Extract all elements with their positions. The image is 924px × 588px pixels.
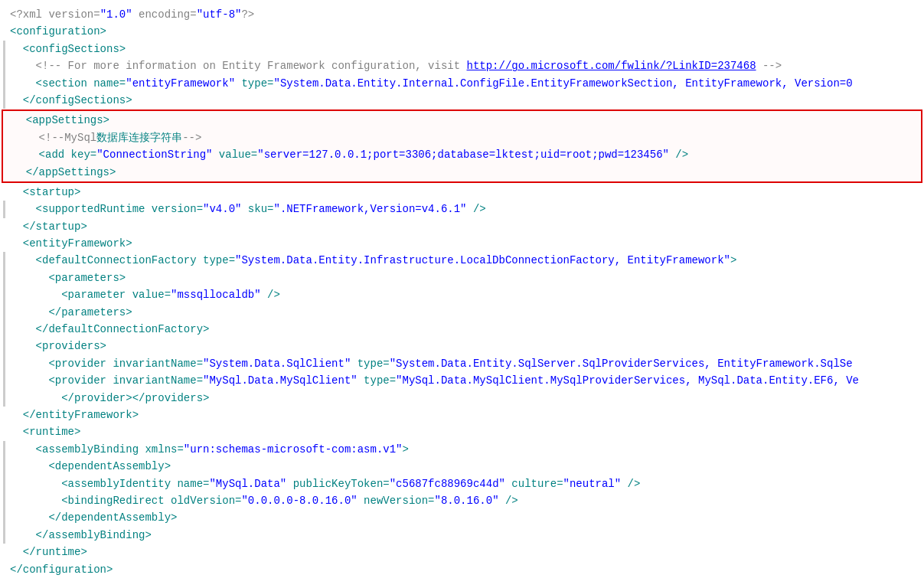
gutter-bar bbox=[6, 129, 8, 146]
code-container: <?xml version="1.0" encoding="utf-8"?> <… bbox=[0, 0, 924, 588]
xml-appsettings-close: </appSettings> bbox=[3, 164, 921, 181]
gutter-bar bbox=[3, 57, 5, 74]
gutter-bar bbox=[6, 164, 8, 181]
gutter-bar bbox=[3, 544, 5, 560]
xml-configuration-close: </configuration> bbox=[0, 561, 924, 578]
gutter-bar bbox=[6, 112, 8, 129]
gutter-bar bbox=[3, 235, 5, 252]
gutter-bar bbox=[3, 75, 5, 92]
xml-ef-open: <entityFramework> bbox=[0, 235, 924, 252]
xml-line-1: <?xml version="1.0" encoding="utf-8"?> bbox=[0, 6, 924, 23]
gutter-bar bbox=[3, 23, 5, 40]
gutter-bar bbox=[6, 146, 8, 163]
xml-assembly-binding-close: </assemblyBinding> bbox=[0, 527, 924, 544]
gutter-bar bbox=[3, 184, 5, 201]
xml-appsettings-add: <add key="ConnectionString" value="serve… bbox=[3, 146, 921, 163]
gutter-bar bbox=[3, 321, 5, 338]
gutter-bar bbox=[3, 355, 5, 372]
gutter-bar bbox=[3, 92, 5, 109]
xml-parameter: <parameter value="mssqllocaldb" /> bbox=[0, 286, 924, 303]
xml-dependent-assembly-close: </dependentAssembly> bbox=[0, 509, 924, 526]
xml-line-5: <section name="entityFramework" type="Sy… bbox=[0, 75, 924, 92]
gutter-bar bbox=[3, 509, 5, 526]
gutter-bar bbox=[3, 372, 5, 389]
xml-startup-open: <startup> bbox=[0, 184, 924, 201]
gutter-bar bbox=[3, 561, 5, 578]
gutter-bar bbox=[3, 41, 5, 57]
gutter-bar bbox=[3, 390, 5, 407]
xml-providers-open: <providers> bbox=[0, 338, 924, 354]
gutter-bar bbox=[3, 304, 5, 321]
app-settings-highlight: <appSettings> <!--MySql数据库连接字符串--> <add … bbox=[2, 109, 922, 183]
xml-line-6: </configSections> bbox=[0, 92, 924, 109]
gutter-bar bbox=[3, 218, 5, 235]
xml-startup-close: </startup> bbox=[0, 218, 924, 235]
xml-provider-sqlclient: <provider invariantName="System.Data.Sql… bbox=[0, 355, 924, 372]
gutter-bar bbox=[3, 527, 5, 544]
gutter-bar bbox=[3, 270, 5, 286]
gutter-bar bbox=[3, 338, 5, 354]
xml-line-3: <configSections> bbox=[0, 41, 924, 57]
xml-assembly-identity: <assemblyIdentity name="MySql.Data" publ… bbox=[0, 475, 924, 492]
xml-line-2: <configuration> bbox=[0, 23, 924, 40]
gutter-bar bbox=[3, 441, 5, 458]
xml-assembly-binding: <assemblyBinding xmlns="urn:schemas-micr… bbox=[0, 441, 924, 458]
xml-dcf: <defaultConnectionFactory type="System.D… bbox=[0, 252, 924, 269]
gutter-bar bbox=[3, 475, 5, 492]
gutter-bar bbox=[3, 423, 5, 440]
xml-binding-redirect: <bindingRedirect oldVersion="0.0.0.0-8.0… bbox=[0, 492, 924, 509]
gutter-bar bbox=[3, 407, 5, 423]
xml-appsettings-comment: <!--MySql数据库连接字符串--> bbox=[3, 129, 921, 146]
gutter-bar bbox=[3, 6, 5, 23]
gutter-bar bbox=[3, 492, 5, 509]
xml-dcf-close: </defaultConnectionFactory> bbox=[0, 321, 924, 338]
xml-ef-close: </entityFramework> bbox=[0, 407, 924, 423]
xml-dependent-assembly-open: <dependentAssembly> bbox=[0, 458, 924, 475]
xml-supported-runtime: <supportedRuntime version="v4.0" sku=".N… bbox=[0, 201, 924, 217]
xml-parameters-close: </parameters> bbox=[0, 304, 924, 321]
xml-appsettings-open: <appSettings> bbox=[3, 112, 921, 129]
xml-runtime-close: </runtime> bbox=[0, 544, 924, 560]
xml-runtime-open: <runtime> bbox=[0, 423, 924, 440]
xml-provider-mysql: <provider invariantName="MySql.Data.MySq… bbox=[0, 372, 924, 389]
gutter-bar bbox=[3, 252, 5, 269]
xml-parameters-open: <parameters> bbox=[0, 270, 924, 286]
gutter-bar bbox=[3, 458, 5, 475]
xml-line-4: <!-- For more information on Entity Fram… bbox=[0, 57, 924, 74]
gutter-bar bbox=[3, 286, 5, 303]
xml-providers-close: </provider></providers> bbox=[0, 390, 924, 407]
gutter-bar bbox=[3, 201, 5, 217]
